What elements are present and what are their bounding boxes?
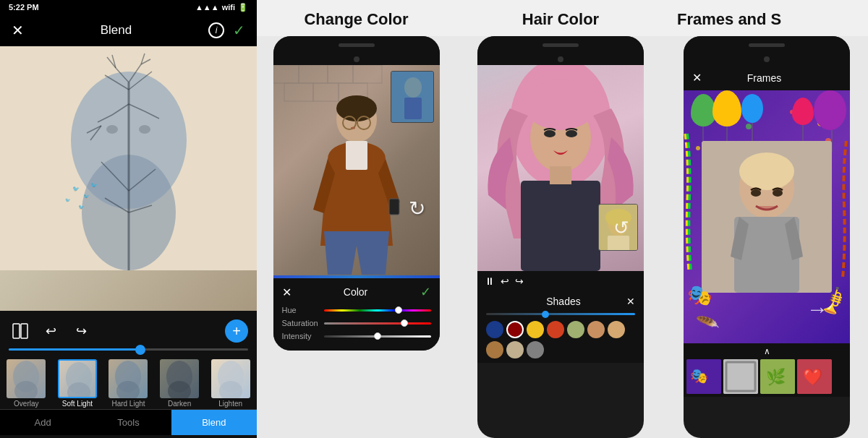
lighten-label: Lighten [218, 400, 242, 408]
intensity-thumb[interactable] [374, 332, 381, 340]
saturation-thumb[interactable] [401, 319, 408, 327]
frames-header: ✕ Frames [684, 65, 850, 90]
undo-icon[interactable]: ↩ [501, 275, 509, 287]
swatch-dark-red[interactable] [506, 321, 524, 338]
svg-rect-93 [723, 359, 758, 394]
status-bar: 5:22 PM ▲▲▲ wifi 🔋 [0, 0, 257, 14]
blend-mode-lighten[interactable]: Lighten [205, 359, 255, 408]
blend-modes-list: Overlay Soft Light Hard Light Darken [0, 356, 257, 409]
frame-thumb-4[interactable]: ❤️ [797, 359, 832, 394]
svg-text:🌿: 🌿 [766, 367, 786, 387]
blend-mode-overlay[interactable]: Overlay [1, 359, 51, 408]
split-view-button[interactable] [9, 319, 32, 343]
hair-color-panel: Hair Color [456, 0, 665, 438]
slider-thumb[interactable] [135, 345, 145, 355]
frame-thumb-3[interactable]: 🌿 [760, 359, 795, 394]
blend-slider[interactable] [9, 348, 248, 351]
svg-rect-65 [550, 166, 571, 184]
svg-text:🐦: 🐦 [65, 197, 71, 203]
svg-point-57 [404, 77, 422, 98]
hair-rotate-arrow: ↺ [613, 217, 629, 239]
color-confirm-button[interactable]: ✓ [420, 284, 431, 300]
nav-tools[interactable]: Tools [85, 410, 171, 435]
svg-point-87 [739, 153, 794, 190]
hue-label: Hue [282, 306, 324, 314]
nav-add[interactable]: Add [0, 410, 85, 435]
soft-light-label: Soft Light [62, 400, 93, 408]
bottom-tools: ↩ ↪ + Overlay [0, 311, 257, 438]
swatch-olive[interactable] [567, 321, 584, 338]
scroll-up-indicator[interactable]: ∧ [686, 346, 847, 356]
blend-slider-area [0, 345, 257, 356]
shades-title: Shades [501, 296, 626, 307]
nav-blend[interactable]: Blend [171, 410, 257, 435]
saturation-slider-row: Saturation [282, 319, 431, 327]
undo-button[interactable]: ↩ [39, 319, 62, 343]
pause-icon[interactable]: ⏸ [485, 275, 495, 287]
swatch-medium-brown[interactable] [486, 341, 503, 358]
slider-fill [9, 348, 140, 351]
shades-header: Shades ✕ [486, 296, 635, 307]
shades-slider[interactable] [486, 313, 635, 315]
swatch-blonde[interactable] [506, 341, 524, 358]
toolbar-title: Blend [101, 23, 132, 38]
top-toolbar: ✕ Blend i ✓ [0, 14, 257, 46]
swatch-gray[interactable] [527, 341, 544, 358]
svg-point-63 [566, 130, 577, 137]
frames-close-button[interactable]: ✕ [692, 71, 702, 85]
double-exposure-image: 🐦 🐦 🐦 🐦 🐦 [0, 46, 257, 311]
shades-thumb[interactable] [542, 311, 549, 318]
svg-rect-58 [404, 98, 422, 119]
blend-mode-soft-light[interactable]: Soft Light [53, 359, 103, 408]
svg-rect-64 [521, 181, 600, 271]
rotate-arrow-icon: ↻ [409, 197, 425, 220]
svg-point-62 [544, 130, 556, 137]
svg-text:🐦: 🐦 [72, 185, 80, 192]
add-layer-button[interactable]: + [225, 319, 248, 343]
shades-close-button[interactable]: ✕ [626, 296, 635, 307]
hard-light-label: Hard Light [111, 400, 145, 408]
blend-mode-darken[interactable]: Darken [155, 359, 205, 408]
svg-point-89 [751, 189, 761, 197]
change-color-phone: ↻ ✕ Color ✓ Hue [257, 36, 456, 438]
swatch-dark-blue[interactable] [486, 321, 503, 338]
svg-rect-29 [13, 324, 20, 338]
hue-slider[interactable] [324, 309, 431, 312]
left-app-panel: 5:22 PM ▲▲▲ wifi 🔋 ✕ Blend i ✓ [0, 0, 257, 438]
color-controls: ✕ Color ✓ Hue Saturation [273, 278, 440, 351]
blend-mode-hard-light[interactable]: Hard Light [103, 359, 153, 408]
svg-rect-51 [389, 199, 399, 215]
time: 5:22 PM [9, 3, 39, 12]
color-close-button[interactable]: ✕ [282, 285, 292, 299]
color-swatches-list [486, 321, 635, 358]
svg-rect-44 [353, 65, 382, 83]
info-button[interactable]: i [208, 22, 224, 38]
svg-text:🐦: 🐦 [78, 204, 85, 210]
svg-point-27 [106, 125, 118, 134]
saturation-label: Saturation [282, 319, 324, 327]
swatch-yellow[interactable] [527, 321, 544, 338]
frames-panel: Frames and S ✕ Frames [665, 0, 868, 438]
check-button[interactable]: ✓ [233, 22, 245, 39]
swatch-brown[interactable] [587, 321, 605, 338]
redo-icon2[interactable]: ↪ [515, 275, 524, 287]
close-button[interactable]: ✕ [12, 22, 24, 39]
swatch-orange-red[interactable] [547, 321, 564, 338]
frames-bottom: ∧ 🎭 🌿 ❤️ [684, 343, 850, 397]
svg-rect-43 [328, 65, 353, 83]
saturation-slider[interactable] [324, 322, 431, 325]
intensity-slider-row: Intensity [282, 332, 431, 340]
hue-thumb[interactable] [395, 306, 402, 314]
svg-text:🎭: 🎭 [690, 367, 708, 385]
shades-controls: Shades ✕ [477, 291, 644, 363]
frame-thumb-1[interactable]: 🎭 [686, 359, 721, 394]
intensity-slider[interactable] [324, 335, 431, 338]
swatch-light-brown[interactable] [608, 321, 625, 338]
mask-decoration: 🎭 [687, 283, 712, 307]
frame-thumb-2[interactable] [723, 359, 758, 394]
frames-title: Frames and S [665, 0, 868, 36]
hair-color-title: Hair Color [456, 0, 665, 36]
svg-rect-30 [21, 324, 27, 338]
svg-point-55 [351, 127, 355, 129]
redo-button[interactable]: ↪ [69, 319, 93, 343]
